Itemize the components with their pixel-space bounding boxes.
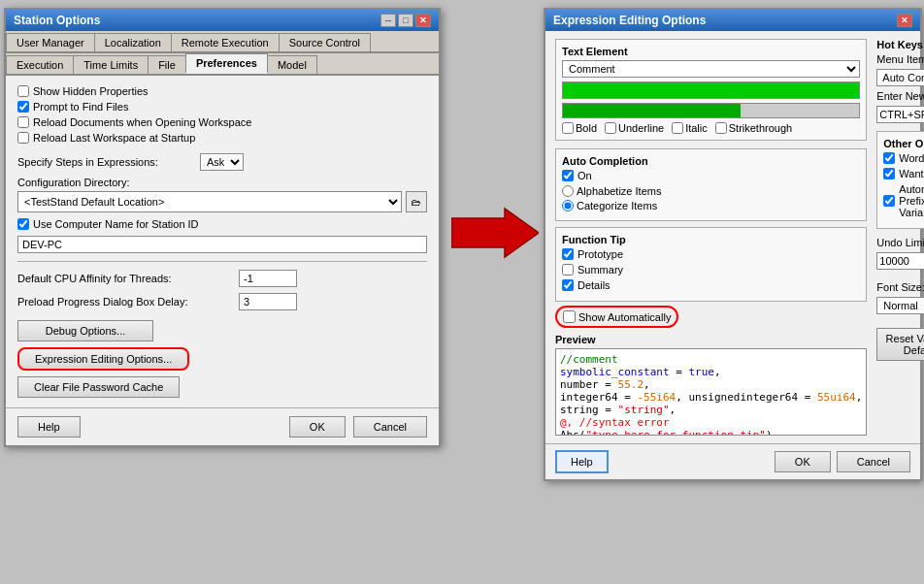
preview-box: //comment symbolic_constant = true, numb… xyxy=(555,348,867,436)
prompt-files-row: Prompt to Find Files xyxy=(17,101,427,113)
text-element-dropdown[interactable]: Comment Keyword String Number xyxy=(562,60,860,78)
categorize-radio[interactable] xyxy=(562,200,574,211)
station-options-dialog: Station Options ─ □ ✕ User Manager Local… xyxy=(4,8,441,447)
config-dir-dropdown[interactable]: <TestStand Default Location> xyxy=(17,191,402,212)
expr-bottom-buttons: Help OK Cancel xyxy=(545,443,920,479)
hotkey-input[interactable] xyxy=(876,106,924,123)
tab-model[interactable]: Model xyxy=(267,55,317,74)
config-dir-row: <TestStand Default Location> 🗁 xyxy=(17,191,427,212)
station-minimize-btn[interactable]: ─ xyxy=(380,14,396,27)
strikethrough-check-row: Strikethrough xyxy=(715,122,792,134)
station-cancel-btn[interactable]: Cancel xyxy=(353,416,427,438)
show-auto-checkbox[interactable] xyxy=(563,310,576,323)
show-hidden-checkbox[interactable] xyxy=(17,85,29,97)
show-hidden-label: Show Hidden Properties xyxy=(33,85,148,97)
bold-checkbox[interactable] xyxy=(562,122,574,134)
steps-label: Specify Steps in Expressions: xyxy=(17,156,192,168)
want-return-checkbox[interactable] xyxy=(883,168,895,179)
expression-editing-dialog: Expression Editing Options ✕ Text Elemen… xyxy=(544,8,922,481)
strikethrough-checkbox[interactable] xyxy=(715,122,727,134)
station-id-checkbox-row: Use Computer Name for Station ID xyxy=(17,218,427,230)
expression-editing-btn[interactable]: Expression Editing Options... xyxy=(17,347,189,371)
reload-last-checkbox[interactable] xyxy=(17,132,29,144)
color-dropdown-bar[interactable] xyxy=(562,103,860,118)
expr-help-btn[interactable]: Help xyxy=(555,450,609,473)
word-wrap-checkbox[interactable] xyxy=(883,152,895,164)
preview-line-6: @, //syntax error xyxy=(560,416,862,429)
station-close-btn[interactable]: ✕ xyxy=(415,14,431,27)
show-auto-section: Show Automatically xyxy=(555,306,678,328)
tab-execution[interactable]: Execution xyxy=(6,55,74,74)
cpu-label: Default CPU Affinity for Threads: xyxy=(17,273,231,284)
auto-prefix-checkbox[interactable] xyxy=(883,195,895,207)
expr-right-panel: Hot Keys Menu Item Auto Completion - CTR… xyxy=(876,39,924,436)
hotkeys-label: Hot Keys xyxy=(876,39,924,50)
hotkeys-section: Hot Keys Menu Item Auto Completion - CTR… xyxy=(876,39,924,123)
expr-dialog-content: Text Element Comment Keyword String Numb… xyxy=(545,31,920,443)
preview-line-7: Abs("type here for function tip") xyxy=(560,429,862,436)
italic-checkbox[interactable] xyxy=(672,122,683,134)
prototype-label: Prototype xyxy=(578,248,623,260)
cpu-row: Default CPU Affinity for Threads: xyxy=(17,270,427,287)
tab-localization[interactable]: Localization xyxy=(94,33,172,51)
details-checkbox[interactable] xyxy=(562,279,574,291)
preview-line-5: string = "string", xyxy=(560,404,862,416)
cpu-input[interactable] xyxy=(239,270,297,287)
preview-line-3: number = 55.2, xyxy=(560,378,862,391)
prototype-checkbox[interactable] xyxy=(562,248,574,260)
strikethrough-label: Strikethrough xyxy=(729,122,792,134)
summary-checkbox[interactable] xyxy=(562,264,574,276)
undo-input[interactable] xyxy=(876,252,924,270)
italic-check-row: Italic xyxy=(672,122,708,134)
tab-source-control[interactable]: Source Control xyxy=(279,33,371,51)
tab-user-manager[interactable]: User Manager xyxy=(6,33,95,51)
station-id-checkbox[interactable] xyxy=(17,218,29,230)
categorize-radio-row: Categorize Items xyxy=(562,200,860,211)
color-bar[interactable] xyxy=(562,81,860,99)
font-size-dropdown[interactable]: Normal Large Small xyxy=(876,297,924,314)
expr-dialog-title: Expression Editing Options xyxy=(553,14,706,27)
details-row: Details xyxy=(562,279,860,291)
config-browse-btn[interactable]: 🗁 xyxy=(406,191,427,212)
format-checkboxes: Bold Underline Italic Strikethrough xyxy=(562,122,860,134)
preview-line-4: integer64 = -55i64, unsignedinteger64 = … xyxy=(560,391,862,404)
station-maximize-btn[interactable]: □ xyxy=(398,14,413,27)
station-id-label: Use Computer Name for Station ID xyxy=(33,218,199,230)
clear-password-btn[interactable]: Clear File Password Cache xyxy=(17,376,180,398)
reset-values-btn[interactable]: Reset Values to Defaults xyxy=(876,328,924,361)
undo-label: Undo Limit: xyxy=(876,237,924,248)
tab-file[interactable]: File xyxy=(148,55,186,74)
expr-close-btn[interactable]: ✕ xyxy=(897,14,912,27)
reload-docs-checkbox[interactable] xyxy=(17,116,29,128)
browse-icon: 🗁 xyxy=(412,197,421,208)
debug-options-btn[interactable]: Debug Options... xyxy=(17,320,153,341)
summary-row: Summary xyxy=(562,264,860,276)
auto-prefix-row: Automatically Prefix Variables xyxy=(883,183,924,218)
alphabetize-radio[interactable] xyxy=(562,185,574,197)
station-ok-btn[interactable]: OK xyxy=(289,416,346,438)
auto-completion-label: Auto Completion xyxy=(562,155,860,167)
red-arrow-container xyxy=(446,204,544,262)
expr-dialog-titlebar: Expression Editing Options ✕ xyxy=(545,10,920,31)
tab-remote-execution[interactable]: Remote Execution xyxy=(171,33,280,51)
tab-preferences[interactable]: Preferences xyxy=(185,53,268,74)
bold-check-row: Bold xyxy=(562,122,597,134)
expr-ok-cancel-group: OK Cancel xyxy=(775,451,910,472)
text-element-section: Text Element Comment Keyword String Numb… xyxy=(555,39,867,141)
show-auto-label: Show Automatically xyxy=(578,311,671,323)
expr-ok-btn[interactable]: OK xyxy=(775,451,831,472)
station-id-input[interactable] xyxy=(17,236,427,253)
preload-input[interactable] xyxy=(239,293,297,310)
prompt-files-checkbox[interactable] xyxy=(17,101,29,113)
on-checkbox[interactable] xyxy=(562,170,574,181)
station-dialog-title: Station Options xyxy=(14,14,100,27)
station-help-btn[interactable]: Help xyxy=(17,416,81,438)
steps-dropdown[interactable]: Ask Yes No xyxy=(200,153,244,171)
want-return-row: Want Return xyxy=(883,168,924,179)
alphabetize-label: Alphabetize Items xyxy=(577,185,661,197)
expr-cancel-btn[interactable]: Cancel xyxy=(837,451,910,472)
menu-item-dropdown[interactable]: Auto Completion - CTRL+ xyxy=(876,69,924,86)
details-label: Details xyxy=(578,279,610,291)
underline-checkbox[interactable] xyxy=(605,122,616,134)
tab-time-limits[interactable]: Time Limits xyxy=(73,55,148,74)
